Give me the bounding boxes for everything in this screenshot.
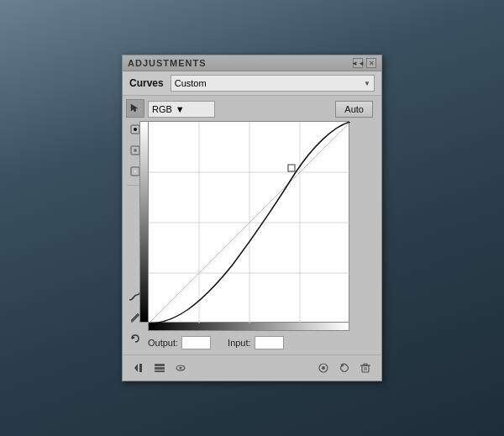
svg-point-21	[180, 367, 182, 370]
mask-button[interactable]	[314, 359, 333, 377]
svg-marker-6	[132, 336, 135, 339]
curves-toolbar: RGB ▼ Auto	[148, 101, 376, 118]
svg-rect-19	[155, 370, 165, 372]
input-value-field[interactable]	[255, 336, 284, 349]
layers-icon	[154, 362, 165, 374]
close-button[interactable]: ✕	[366, 58, 376, 68]
svg-point-5	[134, 170, 137, 173]
curves-area: RGB ▼ Auto	[148, 96, 381, 355]
footer-right-tools	[314, 359, 375, 377]
panel-title: ADJUSTMENTS	[128, 58, 207, 68]
reset-smooth-button[interactable]	[126, 329, 144, 348]
input-label: Input:	[228, 338, 251, 348]
gradient-bar-bottom	[148, 323, 349, 331]
svg-point-1	[134, 128, 137, 131]
preset-dropdown-arrow: ▼	[364, 80, 370, 87]
output-value-field[interactable]	[181, 336, 211, 349]
clip-previous-icon	[133, 362, 144, 374]
auto-button[interactable]: Auto	[335, 101, 373, 118]
footer-left-tools	[129, 359, 190, 377]
svg-rect-14	[288, 165, 295, 171]
preset-dropdown[interactable]: Custom ▼	[171, 75, 375, 92]
titlebar-controls: ◄◄ ✕	[353, 58, 376, 68]
output-label: Output:	[148, 338, 178, 348]
pointer-icon	[129, 102, 141, 114]
channel-dropdown[interactable]: RGB ▼	[148, 101, 215, 118]
channel-dropdown-arrow: ▼	[176, 104, 185, 114]
input-label-group: Input:	[228, 336, 284, 349]
svg-point-23	[322, 366, 325, 370]
output-label-group: Output:	[148, 336, 211, 349]
adjustments-panel: ADJUSTMENTS ◄◄ ✕ Curves Custom ▼	[122, 55, 382, 381]
panel-body: RGB ▼ Auto	[123, 96, 381, 355]
mask-icon	[318, 362, 329, 374]
panel-header: Curves Custom ▼	[123, 71, 381, 96]
collapse-button[interactable]: ◄◄	[353, 58, 363, 68]
output-input-row: Output: Input:	[148, 333, 376, 351]
svg-rect-18	[155, 367, 165, 370]
svg-rect-17	[155, 364, 165, 366]
svg-rect-25	[362, 365, 369, 372]
pointer-tool-button[interactable]	[126, 99, 144, 118]
svg-rect-16	[139, 364, 142, 372]
trash-icon	[360, 362, 371, 374]
view-options-button[interactable]	[150, 359, 169, 377]
svg-rect-27	[364, 364, 367, 365]
reset-button[interactable]	[335, 359, 354, 377]
circular-arrow-icon	[339, 362, 350, 374]
channel-value: RGB	[152, 104, 172, 114]
curve-graph[interactable]	[148, 121, 349, 323]
eye-icon	[175, 362, 186, 374]
delete-button[interactable]	[356, 359, 375, 377]
graph-container	[148, 121, 349, 331]
clip-previous-button[interactable]	[129, 359, 148, 377]
visibility-button[interactable]	[171, 359, 190, 377]
curves-label: Curves	[129, 77, 164, 89]
svg-point-3	[134, 149, 137, 152]
reset-icon	[129, 333, 141, 344]
preset-value: Custom	[175, 78, 207, 88]
panel-footer-tools	[123, 355, 381, 381]
gradient-bar-left	[139, 121, 148, 323]
panel-titlebar: ADJUSTMENTS ◄◄ ✕	[123, 55, 381, 71]
curve-svg	[149, 122, 350, 323]
svg-marker-15	[134, 364, 138, 372]
